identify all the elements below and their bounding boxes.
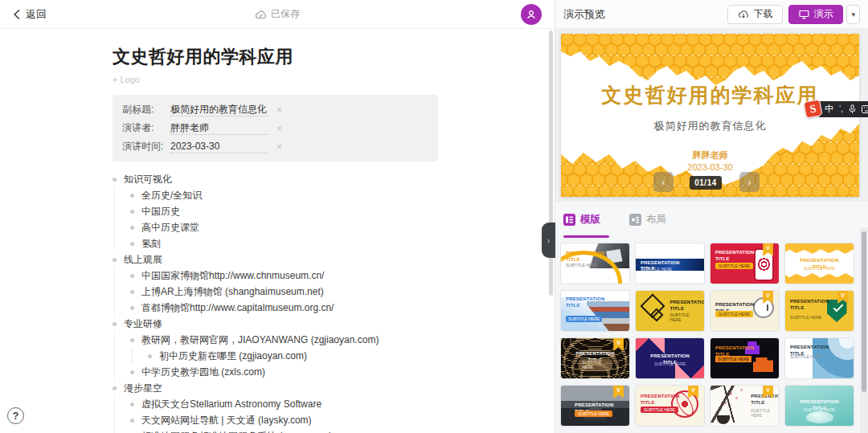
person-icon (526, 9, 537, 20)
meta-field-value[interactable]: 2023-03-30 (170, 140, 268, 153)
layout-tab-icon (629, 214, 641, 226)
outline: 知识可视化全历史/全知识中国历史高中历史课堂氢刻线上观展中国国家博物馆http:… (113, 171, 555, 433)
help-button[interactable]: ? (7, 407, 24, 424)
outline-item-text: 中国国家博物馆http://www.chnmuseum.cn/ (141, 269, 324, 283)
next-slide-button[interactable]: › (739, 172, 760, 192)
meta-field-row: 演讲时间: 2023-03-30 × (122, 137, 428, 156)
outline-item-text: 虚拟天文台Stellarium Astronomy Software (141, 398, 321, 411)
template-thumbnail[interactable]: PRESENTATION TITLE SUBTITLE HERE V (785, 243, 854, 284)
outline-item[interactable]: 虚拟天文台Stellarium Astronomy Software (130, 396, 555, 412)
outline-item-text: 漫步星空 (124, 382, 162, 395)
top-bar: 返回 已保存 (0, 0, 555, 29)
outline-item[interactable]: 高中历史课堂 (130, 219, 555, 235)
bullet-icon (130, 210, 134, 214)
thumbnail-subtitle: SUBTITLE HERE (715, 263, 753, 269)
bullet-icon (130, 402, 134, 406)
template-thumbnail[interactable]: PRESENTATION TITLE SUBTITLE HERE V (785, 291, 854, 331)
close-icon[interactable]: × (276, 105, 282, 115)
outline-item[interactable]: 中学历史教学园地 (zxls.com) (130, 364, 555, 380)
outline-item[interactable]: 天文网站网址导航 | 天文通 (laysky.com) (130, 412, 555, 428)
tab-template[interactable]: 模版 (563, 213, 600, 227)
preview-title: 演示预览 (563, 7, 605, 22)
present-screen-icon (799, 10, 809, 19)
outline-item-text: 上博AR上海博物馆 (shanghaimuseum.net) (141, 285, 324, 299)
template-thumbnail[interactable]: PRESENTATION TITLE SUBTITLE HERE V (561, 386, 629, 426)
bullet-icon (130, 226, 134, 230)
back-button[interactable]: 返回 (13, 7, 47, 22)
ime-punctuation-toggle[interactable]: ’, (839, 104, 843, 113)
outline-editor-panel: 文史哲好用的学科应用 + Logo 副标题: 极简好用的教育信息化 × 演讲者:… (0, 29, 555, 433)
microphone-icon[interactable] (849, 104, 856, 114)
outline-item[interactable]: 漫步星空 (113, 380, 555, 396)
add-logo-button[interactable]: + Logo (113, 75, 555, 84)
meta-field-label: 演讲时间: (122, 140, 170, 153)
template-thumbnail[interactable]: PRESENTATION TITLE SUBTITLE HERE V (561, 291, 629, 331)
outline-item[interactable]: 上博AR上海博物馆 (shanghaimuseum.net) (130, 284, 555, 300)
outline-item[interactable]: 教研网，教研网官网，JIAOYANWANG (zgjiaoyan.com) (130, 332, 555, 348)
outline-item-text: 首都博物馆http://www.capitalmuseum.org.cn/ (141, 301, 334, 315)
present-button[interactable]: 演示 (788, 5, 843, 24)
panel-tabs: 模版 布局 (555, 201, 868, 238)
template-thumbnail[interactable]: PRESENTATION TITLE SUBTITLE HERE V (561, 338, 629, 378)
outline-item[interactable]: 中国国家博物馆http://www.chnmuseum.cn/ (130, 268, 555, 284)
outline-item[interactable]: 初中历史新在哪里 (zgjiaoyan.com) (148, 348, 555, 364)
avatar[interactable] (521, 4, 542, 25)
ime-language-toggle[interactable]: 中 (825, 103, 833, 115)
prev-slide-button[interactable]: ‹ (653, 172, 674, 192)
template-thumbnail[interactable]: PRESENTATION TITLE SUBTITLE HERE V (785, 386, 854, 426)
outline-item[interactable]: 线上观展 (113, 251, 555, 268)
outline-item-text: 教研网，教研网官网，JIAOYANWANG (zgjiaoyan.com) (141, 333, 379, 347)
tab-template-label: 模版 (580, 213, 600, 227)
ime-toolbar[interactable]: S 中 ’, (805, 100, 868, 117)
slide-date: 2023-03-30 (561, 162, 859, 172)
thumbnail-decoration (806, 411, 833, 423)
saved-indicator: 已保存 (255, 7, 300, 21)
meta-field-row: 演讲者: 胖胖老师 × (122, 119, 428, 137)
thumbnail-subtitle: SUBTITLE HERE (715, 311, 753, 317)
outline-item[interactable]: 专业研修 (113, 316, 555, 332)
thumbnail-title: PRESENTATION TITLE (670, 300, 699, 312)
template-thumbnail[interactable]: PRESENTATION TITLE SUBTITLE HERE V (636, 243, 704, 284)
collapse-panel-handle[interactable]: › (542, 223, 555, 258)
thumbnail-subtitle: SUBTITLE HERE (804, 407, 835, 412)
ime-logo[interactable]: S (803, 99, 822, 118)
grid-scrollbar-thumb[interactable] (862, 231, 866, 392)
outline-item[interactable]: 标准地图服务标准地图服务系统 (mnr.gov.cn) (130, 428, 555, 433)
outline-item-text: 全历史/全知识 (141, 189, 202, 202)
template-thumbnail[interactable]: PRESENTATION TITLE SUBTITLE HERE V (785, 338, 854, 378)
saved-label: 已保存 (271, 7, 300, 21)
tab-layout[interactable]: 布局 (629, 213, 666, 227)
template-thumbnail[interactable]: PRESENTATION TITLE SUBTITLE HERE V (710, 386, 779, 426)
template-thumbnail[interactable]: PRESENTATION TITLE SUBTITLE HERE V (710, 243, 779, 284)
close-icon[interactable]: × (276, 142, 282, 152)
present-dropdown-button[interactable]: ▾ (846, 5, 860, 24)
template-thumbnail[interactable]: PRESENTATION TITLE SUBTITLE HERE V (710, 338, 779, 378)
thumbnail-title: PRESENTATION TITLE (715, 250, 751, 262)
keyboard-icon[interactable] (862, 105, 868, 113)
template-thumbnail[interactable]: PRESENTATION TITLE SUBTITLE HERE V (636, 338, 704, 378)
thumbnail-decoration (753, 357, 774, 372)
thumbnail-title: PRESENTATION TITLE (566, 296, 601, 308)
cloud-saved-icon (255, 10, 267, 19)
meta-field-value[interactable]: 胖胖老师 (170, 121, 268, 135)
outline-item-text: 天文网站网址导航 | 天文通 (laysky.com) (141, 414, 312, 427)
outline-item[interactable]: 中国历史 (130, 203, 555, 219)
thumbnail-decoration (717, 415, 730, 424)
meta-field-value[interactable]: 极简好用的教育信息化 (170, 103, 268, 116)
document-title[interactable]: 文史哲好用的学科应用 (113, 45, 555, 69)
back-label: 返回 (26, 7, 47, 22)
preview-panel: 演示预览 下载 演示 ▾ (555, 0, 868, 433)
template-thumbnail[interactable]: PRESENTATION TITLE SUBTITLE HERE V (636, 386, 704, 426)
outline-item[interactable]: 氢刻 (130, 235, 555, 251)
template-thumbnail[interactable]: PRESENTATION TITLE SUBTITLE HERE V (636, 291, 704, 331)
bullet-icon (130, 242, 134, 246)
template-thumbnail[interactable]: PRESENTATION TITLE SUBTITLE HERE V (710, 291, 779, 331)
bullet-icon (130, 419, 134, 423)
outline-item[interactable]: 首都博物馆http://www.capitalmuseum.org.cn/ (130, 300, 555, 316)
outline-item[interactable]: 知识可视化 (113, 171, 555, 187)
outline-item[interactable]: 全历史/全知识 (130, 187, 555, 203)
thumbnail-decoration (606, 249, 622, 263)
close-icon[interactable]: × (276, 124, 282, 133)
template-thumbnail[interactable]: PRESENTATION TITLE SUBTITLE HERE V (561, 243, 629, 284)
download-button[interactable]: 下载 (727, 5, 783, 24)
